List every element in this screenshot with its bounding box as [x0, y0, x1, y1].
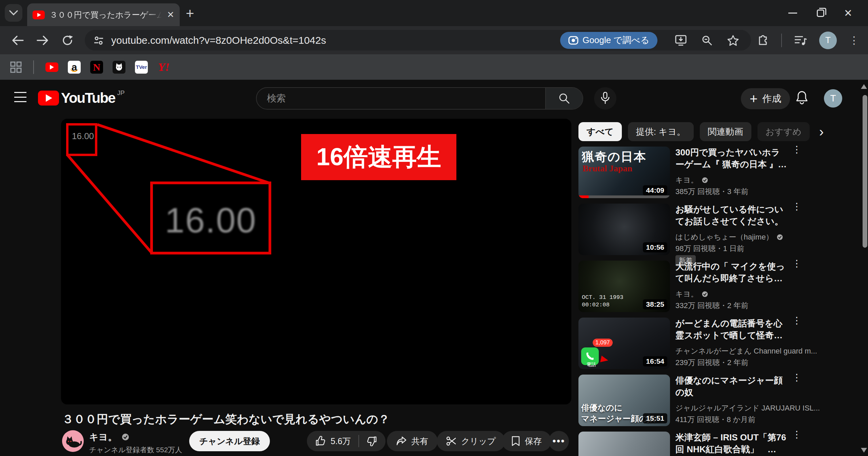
chip-all[interactable]: すべて: [578, 122, 622, 141]
video-options-icon[interactable]: ⋮: [792, 318, 802, 323]
duration-badge: 44:09: [643, 185, 667, 195]
subscribe-button[interactable]: チャンネル登録: [189, 431, 270, 451]
related-video-item[interactable]: 猟奇の日本 Brutal Japan 44:09 300円で買ったヤバいホラーゲ…: [578, 147, 858, 200]
bookmark-icon: [511, 436, 520, 446]
address-bar[interactable]: youtube.com/watch?v=8z0OHe2d0Os&t=1042s …: [85, 30, 751, 51]
window-minimize-button[interactable]: [788, 13, 797, 14]
video-options-icon[interactable]: ⋮: [792, 147, 802, 152]
voice-search-button[interactable]: [594, 87, 616, 110]
chip-recommended[interactable]: おすすめ: [757, 122, 810, 141]
video-player[interactable]: 16.00 16.00 16倍速再生: [61, 119, 571, 404]
video-options-icon[interactable]: ⋮: [792, 375, 802, 380]
cat-icon: [114, 62, 124, 72]
forward-icon[interactable]: [37, 35, 49, 46]
apps-grid-icon[interactable]: [10, 61, 22, 73]
video-thumbnail[interactable]: 俳優なのにマネージャー顔の奴 15:51: [578, 375, 670, 426]
scrollbar-thumb[interactable]: [863, 95, 867, 248]
clip-button[interactable]: クリップ: [437, 431, 505, 451]
window-restore-button[interactable]: [817, 10, 824, 17]
channel-name[interactable]: キヨ。: [89, 431, 117, 443]
related-video-title[interactable]: 大流行中の「 マイクを使って叫んだら即終了させられるゲー...: [675, 261, 787, 284]
create-button[interactable]: + 作成: [741, 88, 790, 109]
like-button[interactable]: 5.6万: [307, 436, 358, 447]
video-options-icon[interactable]: ⋮: [792, 432, 802, 437]
install-icon[interactable]: [675, 35, 687, 46]
tab-close-icon[interactable]: ✕: [167, 10, 174, 20]
bookmarks-divider: [33, 60, 34, 74]
video-title: ３００円で買ったホラーゲーム笑わないで見れるやついんの？: [62, 412, 571, 427]
bookmark-star-icon[interactable]: [727, 35, 739, 46]
chip-related[interactable]: 関連動画: [700, 122, 751, 141]
search-button[interactable]: [545, 88, 583, 109]
lens-icon: [568, 35, 578, 45]
related-video-channel[interactable]: チャンネルがーどまん Channel guard m...: [675, 346, 821, 356]
back-icon[interactable]: [12, 35, 24, 46]
speed-indicator-zoomed-box: 16.00: [150, 182, 271, 254]
tab-search-button[interactable]: [5, 4, 22, 22]
channel-avatar[interactable]: [62, 430, 84, 452]
bookmark-youtube-icon[interactable]: [45, 62, 58, 72]
speed-value-small: 16.00: [72, 131, 94, 141]
red-arrow-icon: [600, 356, 609, 364]
related-video-channel[interactable]: はじめしゃちょー（hajime）: [675, 232, 821, 242]
reload-icon[interactable]: [62, 35, 73, 46]
video-thumbnail[interactable]: [578, 432, 670, 456]
new-tab-button[interactable]: +: [186, 7, 194, 20]
save-button[interactable]: 保存: [502, 431, 551, 451]
more-actions-button[interactable]: •••: [549, 431, 569, 451]
video-options-icon[interactable]: ⋮: [792, 261, 802, 266]
dislike-button[interactable]: [359, 436, 386, 446]
video-thumbnail[interactable]: 1,097 電話 16:54: [578, 318, 670, 369]
browser-profile-avatar[interactable]: T: [819, 32, 837, 49]
cat-avatar-icon: [62, 430, 84, 452]
bookmark-netflix-icon[interactable]: N: [90, 61, 103, 74]
scrollbar-down-arrow[interactable]: [861, 448, 867, 453]
verified-icon: [776, 234, 783, 241]
video-options-icon[interactable]: ⋮: [792, 204, 802, 209]
share-button[interactable]: 共有: [387, 431, 438, 451]
window-controls: ✕: [788, 0, 868, 26]
youtube-masthead: YouTube JP + 作成 T: [0, 80, 868, 118]
bookmark-kiyo-cat-icon[interactable]: [113, 61, 125, 74]
zoom-icon[interactable]: [702, 35, 712, 46]
related-video-channel[interactable]: キヨ。: [675, 175, 821, 185]
video-thumbnail[interactable]: 10:56: [578, 204, 670, 255]
related-video-channel[interactable]: ジャルジャルアイランド JARUJARU ISL...: [675, 403, 821, 413]
youtube-profile-avatar[interactable]: T: [824, 89, 842, 108]
phone-badge-count: 1,097: [593, 339, 613, 347]
video-thumbnail[interactable]: OCT. 31 199300:02:08 38:25: [578, 261, 670, 312]
bookmark-amazon-icon[interactable]: a: [68, 61, 81, 74]
related-video-title[interactable]: がーどまんの電話番号を心霊スポットで晒して怪奇現象のせ...: [675, 318, 787, 341]
related-video-item[interactable]: 1,097 電話 16:54 がーどまんの電話番号を心霊スポットで晒して怪奇現象…: [578, 318, 858, 370]
related-video-item[interactable]: 10:56 お騒がせしている件についてお話しさせてください。 はじめしゃちょー（…: [578, 204, 858, 256]
browser-menu-icon[interactable]: ⋮: [849, 34, 859, 46]
filter-chips: すべて 提供: キヨ。 関連動画 おすすめ ›: [578, 122, 824, 141]
browser-tab[interactable]: ３００円で買ったホラーゲーム笑わな ✕: [27, 3, 180, 26]
speed-indicator-small-box: 16.00: [66, 123, 97, 156]
chip-from-kiyo[interactable]: 提供: キヨ。: [628, 122, 694, 141]
related-video-title[interactable]: 300円で買ったヤバいホラーゲーム『 猟奇の日本 』がぶっ飛...: [675, 147, 787, 170]
bookmark-tver-icon[interactable]: TVer: [135, 61, 148, 74]
video-thumbnail[interactable]: 猟奇の日本 Brutal Japan 44:09: [578, 147, 670, 198]
window-close-button[interactable]: ✕: [844, 7, 852, 19]
bookmark-yahoo-icon[interactable]: Y!: [157, 61, 170, 74]
url-text[interactable]: youtube.com/watch?v=8z0OHe2d0Os&t=1042s: [111, 35, 560, 46]
site-settings-icon[interactable]: [94, 35, 104, 45]
extensions-icon[interactable]: [757, 34, 769, 46]
search-input[interactable]: [257, 93, 545, 104]
related-video-channel[interactable]: キヨ。: [675, 289, 821, 299]
related-video-title[interactable]: お騒がせしている件についてお話しさせてください。: [675, 204, 787, 227]
guide-menu-icon[interactable]: [14, 92, 26, 102]
related-video-item[interactable]: OCT. 31 199300:02:08 38:25 大流行中の「 マイクを使っ…: [578, 261, 858, 314]
media-controls-icon[interactable]: [794, 35, 807, 46]
related-video-item[interactable]: 俳優なのにマネージャー顔の奴 15:51 俳優なのにマネージャー顔の奴 ジャルジ…: [578, 375, 858, 428]
youtube-logo[interactable]: YouTube JP: [38, 90, 125, 106]
channel-row: キヨ。 チャンネル登録者数 552万人 チャンネル登録 5.6万 共有 クリップ…: [62, 430, 571, 452]
related-video-title[interactable]: 米津玄師 – IRIS OUT「第76回 NHK紅白歌合戦」 Kenshi ..…: [675, 432, 787, 455]
scrollbar-up-arrow[interactable]: [861, 84, 867, 89]
related-video-item[interactable]: 米津玄師 – IRIS OUT「第76回 NHK紅白歌合戦」 Kenshi ..…: [578, 432, 858, 456]
notifications-bell-icon[interactable]: [795, 91, 808, 106]
related-video-title[interactable]: 俳優なのにマネージャー顔の奴: [675, 375, 787, 398]
google-lens-button[interactable]: Google で調べる: [560, 32, 657, 49]
chips-next-icon[interactable]: ›: [819, 124, 824, 139]
